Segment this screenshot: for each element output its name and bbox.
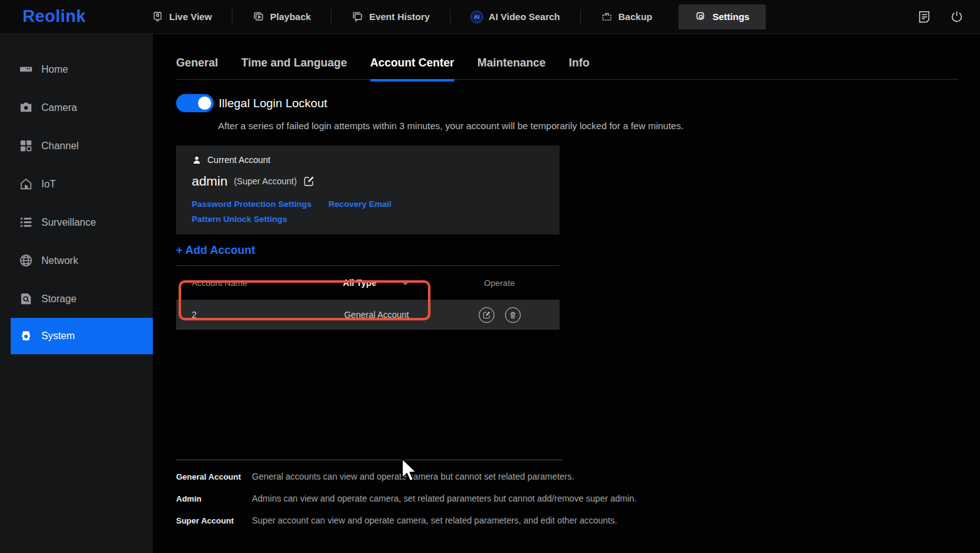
sidebar-label: Camera bbox=[41, 102, 77, 113]
nav-right-icons bbox=[917, 10, 980, 24]
tab-time-and-language[interactable]: Time and Language bbox=[241, 56, 347, 79]
delete-account-button[interactable] bbox=[505, 307, 521, 323]
gear-icon bbox=[19, 329, 33, 344]
gear-icon bbox=[695, 11, 707, 23]
illegal-login-lockout-description: After a series of failed login attempts … bbox=[218, 120, 959, 131]
sidebar-item-surveillance[interactable]: Surveillance bbox=[0, 203, 153, 241]
event-history-icon bbox=[352, 11, 363, 23]
current-account-header: Current Account bbox=[192, 155, 544, 165]
account-links-row-2: Pattern Unlock Settings bbox=[192, 214, 544, 224]
live-view-icon bbox=[152, 11, 164, 23]
sidebar-label: Storage bbox=[41, 293, 76, 305]
main-content: General Time and Language Account Center… bbox=[153, 34, 980, 553]
trash-icon bbox=[509, 311, 517, 319]
grid-icon bbox=[19, 139, 33, 153]
sidebar: Home Camera Channel IoT Surveillance Net… bbox=[0, 34, 153, 553]
account-row-type: General Account bbox=[314, 310, 439, 320]
nav-playback[interactable]: Playback bbox=[232, 0, 331, 33]
legend-term: General Account bbox=[176, 472, 252, 482]
disk-icon bbox=[19, 292, 33, 306]
legend-description: General accounts can view and operate ca… bbox=[252, 471, 637, 482]
nav-label: AI Video Search bbox=[489, 11, 560, 22]
sidebar-item-network[interactable]: Network bbox=[0, 241, 153, 280]
ai-icon: AI bbox=[471, 11, 483, 23]
current-account-card: Current Account admin (Super Account) Pa… bbox=[176, 145, 560, 234]
password-protection-settings-link[interactable]: Password Protection Settings bbox=[192, 199, 311, 209]
illegal-login-lockout-toggle[interactable] bbox=[176, 94, 214, 112]
illegal-login-lockout-row: Illegal Login Lockout bbox=[176, 94, 959, 112]
power-icon[interactable] bbox=[950, 10, 964, 24]
sidebar-item-channel[interactable]: Channel bbox=[0, 127, 153, 165]
nav-event-history[interactable]: Event History bbox=[331, 0, 450, 33]
sidebar-item-iot[interactable]: IoT bbox=[0, 165, 153, 203]
sidebar-item-camera[interactable]: Camera bbox=[0, 88, 153, 127]
pattern-unlock-settings-link[interactable]: Pattern Unlock Settings bbox=[192, 214, 287, 224]
legend-term: Admin bbox=[176, 494, 252, 503]
legend-divider bbox=[176, 460, 562, 460]
current-account-user: admin (Super Account) bbox=[192, 174, 544, 189]
sidebar-label: IoT bbox=[41, 179, 56, 190]
person-icon bbox=[192, 155, 202, 165]
tab-general[interactable]: General bbox=[176, 56, 218, 79]
camera-icon bbox=[19, 100, 33, 115]
account-types-legend: General Account General accounts can vie… bbox=[176, 471, 637, 525]
list-icon bbox=[19, 215, 33, 229]
sidebar-item-system[interactable]: System bbox=[11, 318, 153, 354]
column-operate: Operate bbox=[439, 278, 560, 288]
account-role: (Super Account) bbox=[234, 176, 296, 186]
nav-label: Backup bbox=[618, 11, 652, 22]
nav-label: Settings bbox=[712, 11, 749, 22]
edit-icon bbox=[482, 311, 491, 319]
sidebar-label: Network bbox=[41, 255, 78, 266]
edit-account-button[interactable] bbox=[479, 307, 494, 323]
legend-description: Super account can view and operate camer… bbox=[252, 515, 637, 525]
add-account-button[interactable]: + Add Account bbox=[176, 244, 255, 257]
globe-icon bbox=[19, 253, 33, 268]
sidebar-label: Home bbox=[41, 64, 68, 75]
nav-backup[interactable]: Backup bbox=[581, 0, 672, 33]
reolink-logo: Reolink bbox=[0, 7, 132, 26]
accounts-table-header: Account Name All Type Operate bbox=[176, 266, 560, 300]
nav-live-view[interactable]: Live View bbox=[132, 0, 232, 33]
column-type-filter: All Type bbox=[314, 278, 439, 288]
nav-label: Event History bbox=[369, 11, 430, 22]
current-account-title: Current Account bbox=[207, 155, 270, 165]
nav-items: Live View Playback Event History AI AI V… bbox=[132, 0, 772, 33]
top-nav: Reolink Live View Playback Event History… bbox=[0, 0, 980, 34]
house-icon bbox=[19, 177, 33, 191]
username: admin bbox=[192, 174, 227, 189]
legend-term: Super Account bbox=[176, 516, 252, 525]
account-row[interactable]: 2 General Account bbox=[176, 300, 560, 330]
tab-info[interactable]: Info bbox=[569, 56, 590, 79]
legend-description: Admins can view and operate camera, set … bbox=[252, 493, 637, 503]
column-account-name: Account Name bbox=[176, 278, 314, 288]
sidebar-label: Channel bbox=[41, 140, 79, 152]
illegal-login-lockout-label: Illegal Login Lockout bbox=[219, 97, 327, 110]
chevron-down-icon[interactable] bbox=[400, 278, 410, 288]
sidebar-label: Surveillance bbox=[41, 217, 96, 228]
backup-icon bbox=[601, 11, 613, 23]
nvr-icon bbox=[19, 62, 33, 76]
sidebar-item-home[interactable]: Home bbox=[0, 50, 153, 88]
settings-tabs: General Time and Language Account Center… bbox=[176, 56, 959, 80]
account-links-row-1: Password Protection Settings Recovery Em… bbox=[192, 199, 544, 209]
nav-ai-video-search[interactable]: AI AI Video Search bbox=[451, 0, 580, 33]
nav-label: Playback bbox=[270, 11, 311, 22]
type-filter-dropdown[interactable]: All Type bbox=[343, 278, 376, 288]
playback-icon bbox=[253, 11, 264, 23]
tab-maintenance[interactable]: Maintenance bbox=[477, 56, 546, 79]
nav-label: Live View bbox=[169, 11, 212, 22]
sidebar-item-storage[interactable]: Storage bbox=[0, 280, 153, 318]
account-row-operations bbox=[439, 307, 560, 323]
edit-icon[interactable] bbox=[303, 176, 315, 187]
toggle-knob bbox=[198, 97, 211, 110]
nav-settings[interactable]: Settings bbox=[679, 4, 766, 29]
tab-account-center[interactable]: Account Center bbox=[370, 56, 454, 79]
sidebar-label: System bbox=[41, 330, 75, 342]
recovery-email-link[interactable]: Recovery Email bbox=[328, 199, 392, 209]
account-row-name: 2 bbox=[176, 310, 314, 320]
log-icon[interactable] bbox=[917, 10, 931, 24]
